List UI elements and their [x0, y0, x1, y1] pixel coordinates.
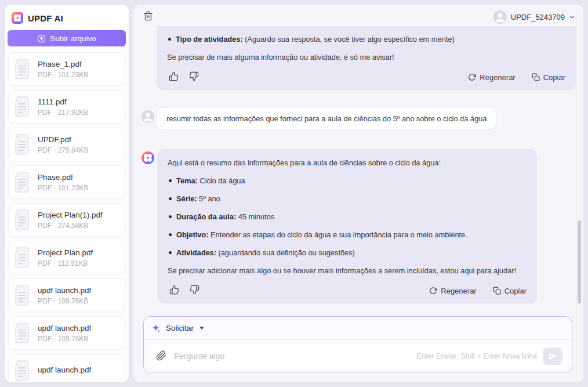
attach-button[interactable] [155, 350, 167, 362]
upload-button-label: Subir arquivo [50, 34, 96, 43]
file-list-item[interactable]: Project Plan.pdf PDF · 112.51KB [8, 241, 125, 274]
user-avatar-icon [493, 10, 507, 24]
send-plane-icon [548, 352, 557, 361]
bullet-text: 5º ano [197, 194, 220, 203]
bullet-term: Objetivo: [176, 230, 208, 239]
message-actions: Regenerar Copiar [168, 285, 527, 298]
file-name: updf launch.pdf [38, 286, 91, 295]
file-name: updf launch.pdf [38, 324, 91, 332]
file-list-item[interactable]: updf launch.pdf PDF · 109.76KB [8, 316, 125, 350]
pdf-file-icon [13, 322, 32, 344]
file-list-item[interactable]: updf launch.pdf [8, 354, 125, 382]
updf-logo-icon [12, 12, 23, 24]
pdf-file-icon [13, 58, 32, 80]
file-list: Phase_1.pdf PDF · 101.23KB 1111.pdf PDF … [8, 52, 125, 382]
file-list-item[interactable]: Project Plan(1).pdf PDF · 274.58KB [8, 203, 125, 237]
sparkle-icon [152, 324, 161, 333]
thumbs-up-icon [169, 71, 179, 81]
prompt-mode-label: Solicitar [166, 324, 194, 332]
username: UPDF_5243709 [511, 13, 565, 21]
thumbs-down-icon [190, 285, 199, 295]
pdf-file-icon [13, 133, 32, 155]
caret-down-icon [199, 327, 204, 330]
regenerate-label: Regenerar [441, 287, 476, 295]
pdf-file-icon [13, 360, 32, 382]
bullet-text: 45 minutos [236, 212, 274, 221]
pdf-file-icon [13, 209, 32, 231]
file-name: Project Plan.pdf [38, 248, 93, 257]
ai-message-partial: Tipo de atividades: (Aguardo sua respost… [157, 26, 576, 90]
bullet-term: Atividades: [176, 248, 216, 257]
composer-toolbar: Solicitar [144, 317, 572, 340]
clear-chat-button[interactable] [142, 11, 154, 23]
file-list-item[interactable]: updf launch.pdf PDF · 109.76KB [8, 279, 125, 312]
pdf-file-icon [13, 247, 32, 269]
bullet-term: Duração da aula: [176, 212, 236, 221]
chat-area: Tipo de atividades: (Aguardo sua respost… [133, 26, 583, 312]
file-name: Phase.pdf [38, 173, 88, 182]
file-list-item[interactable]: Phase_1.pdf PDF · 101.23KB [8, 52, 125, 86]
bullet-term: Série: [176, 194, 197, 203]
scrollbar[interactable] [578, 220, 581, 303]
bullet-text: (aguardando sua definição ou sugestões) [216, 248, 355, 257]
file-meta: PDF · 217.92KB [38, 108, 88, 117]
file-name: updf launch.pdf [38, 366, 91, 374]
chat-panel: UPDF_5243709 Tipo de atividades: (Aguard… [133, 5, 583, 382]
file-meta: PDF · 275.84KB [38, 146, 88, 154]
message-bullet: Atividades: (aguardando sua definição ou… [168, 247, 527, 258]
file-name: Phase_1.pdf [38, 60, 88, 68]
sidebar-header: UPDF AI [5, 5, 129, 28]
pdf-file-icon [13, 284, 32, 306]
trash-icon [143, 11, 153, 21]
file-meta: PDF · 109.76KB [38, 297, 91, 305]
file-list-item[interactable]: UPDF.pdf PDF · 275.84KB [8, 128, 125, 161]
user-message-row: resumir todas as informações que forneci… [133, 108, 583, 129]
bullet-term: Tema: [176, 176, 198, 185]
user-avatar-icon [141, 110, 154, 123]
upload-icon [37, 34, 46, 43]
bullet-term: Tipo de atividades: [176, 35, 243, 44]
updf-logo-icon [141, 151, 154, 164]
file-meta: PDF · 101.23KB [38, 71, 88, 79]
paperclip-icon [156, 350, 166, 361]
thumbs-down-button[interactable] [188, 285, 201, 296]
sidebar: UPDF AI Subir arquivo Phase_1.pdf PDF · … [5, 5, 129, 382]
pdf-file-icon [13, 171, 32, 193]
file-name: Project Plan(1).pdf [38, 211, 103, 219]
app-root: UPDF AI Subir arquivo Phase_1.pdf PDF · … [0, 0, 588, 387]
pdf-file-icon [13, 96, 32, 118]
regenerate-button[interactable]: Regenerar [429, 287, 476, 295]
copy-button[interactable]: Copiar [493, 287, 527, 295]
send-button[interactable] [543, 348, 562, 365]
bullet-text: (Aguardo sua resposta, se você tiver alg… [243, 35, 455, 44]
copy-button[interactable]: Copiar [532, 73, 565, 82]
message-input-box: Enter Enviar; Shift + Enter Nova linha [148, 344, 568, 368]
user-menu[interactable]: UPDF_5243709 [493, 10, 575, 24]
file-list-item[interactable]: Phase.pdf PDF · 101.23KB [8, 165, 125, 199]
regenerate-button[interactable]: Regenerar [468, 73, 515, 82]
chat-header: UPDF_5243709 [133, 5, 583, 26]
user-message: resumir todas as informações que forneci… [157, 108, 496, 129]
copy-label: Copiar [543, 73, 565, 82]
copy-label: Copiar [504, 287, 527, 295]
message-bullet: Duração da aula: 45 minutos [168, 211, 527, 222]
prompt-mode-button[interactable]: Solicitar [152, 324, 204, 333]
message-closing: Se precisar de mais alguma informação ou… [167, 52, 565, 63]
thumbs-down-button[interactable] [187, 71, 200, 83]
message-intro: Aqui está o resumo das informações para … [168, 157, 527, 168]
message-bullet: Tipo de atividades: (Aguardo sua respost… [167, 34, 565, 45]
file-name: UPDF.pdf [38, 135, 88, 144]
upload-file-button[interactable]: Subir arquivo [8, 30, 126, 46]
thumbs-up-icon [169, 285, 179, 295]
regenerate-icon [429, 287, 437, 295]
message-actions: Regenerar Copiar [167, 71, 565, 84]
message-closing: Se precisar adicionar mais algo ou se ho… [168, 265, 527, 276]
bullet-text: Ciclo da água [198, 176, 245, 185]
file-meta: PDF · 101.23KB [38, 184, 88, 192]
thumbs-down-icon [189, 71, 199, 81]
file-list-item[interactable]: 1111.pdf PDF · 217.92KB [8, 90, 125, 124]
thumbs-up-button[interactable] [167, 71, 180, 83]
thumbs-up-button[interactable] [168, 285, 180, 296]
composer-hint: Enter Enviar; Shift + Enter Nova linha [417, 352, 537, 360]
message-input[interactable] [174, 352, 417, 361]
